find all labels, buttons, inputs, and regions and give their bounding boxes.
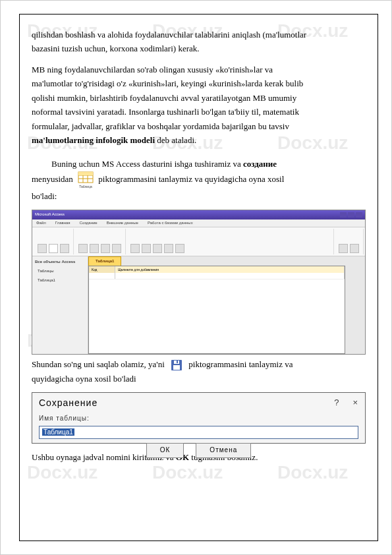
menu-item[interactable]: Внешние данные (107, 220, 138, 227)
ribbon-icon[interactable] (130, 244, 140, 253)
ribbon-icon[interactable] (339, 244, 348, 253)
save-dialog: Сохранение ? × Имя таблицы: Таблица1 ОК … (32, 392, 366, 444)
text: bo'ladi: (32, 191, 57, 201)
paragraph-2: MB ning foydalanuvchilardan so'rab oling… (32, 63, 366, 148)
table-name-input[interactable]: Таблица1 (39, 426, 358, 440)
text: menyusidan (32, 174, 75, 184)
dialog-buttons: ОК Отмена (32, 443, 365, 458)
ribbon-group (335, 229, 364, 254)
titlebar: Microsoft Access (32, 210, 365, 219)
text: piktogrammasini tanlaymiz va quyidagicha… (98, 174, 284, 184)
ribbon (32, 227, 365, 256)
svg-text:Таблица: Таблица (79, 185, 92, 189)
table-row[interactable] (89, 273, 345, 279)
ok-button[interactable]: ОК (146, 443, 184, 458)
ribbon-group (74, 229, 126, 254)
dialog-label: Имя таблицы: (32, 413, 365, 424)
ribbon-icon[interactable] (350, 244, 359, 253)
grid-header: Код Щелкните для добавления (89, 266, 345, 273)
window-buttons (340, 212, 362, 218)
svg-rect-10 (177, 361, 178, 363)
ribbon-icon[interactable] (101, 244, 110, 253)
menu-item[interactable]: Работа с базами данных (148, 220, 193, 227)
dialog-title-text: Сохранение (39, 395, 98, 411)
paragraph-3: Buning uchun MS Access dasturini ishga t… (32, 157, 366, 204)
ribbon-icon[interactable] (60, 244, 69, 253)
menubar: Файл Главная Создание Внешние данные Раб… (32, 219, 365, 227)
text: Buning uchun MS Access dasturini ishga t… (51, 159, 243, 169)
ribbon-icon[interactable] (49, 244, 58, 253)
text: quyidagicha oyna xosil bo'ladi (32, 374, 136, 384)
sidebar-item[interactable]: Таблицы (34, 267, 86, 276)
datasheet: Код Щелкните для добавления (88, 266, 345, 354)
tab-area: Таблица1 Код Щелкните для добавления (88, 256, 365, 354)
text: qolishi mumkin, birlashtirib foydalanuvc… (32, 93, 296, 103)
text: noformal tavsivini yaratadi. Insonlarga … (32, 107, 299, 117)
bold-text: ma'lumotlarning infologik modeli (32, 135, 155, 145)
ribbon-icon[interactable] (78, 244, 88, 253)
svg-rect-5 (78, 172, 93, 175)
sidebar: Все объекты Access Таблицы Таблица1 (32, 256, 88, 354)
menu-item[interactable]: Создание (80, 220, 98, 227)
ribbon-icon[interactable] (175, 244, 184, 253)
ribbon-group (34, 229, 74, 254)
paragraph-1: qilishdan boshlash va alohida foydalanuv… (32, 28, 366, 56)
minimize-icon[interactable] (340, 212, 347, 218)
help-icon[interactable]: ? (334, 395, 339, 411)
ribbon-icon[interactable] (38, 244, 47, 253)
dialog-titlebar: Сохранение ? × (32, 393, 365, 413)
app-title: Microsoft Access (35, 212, 65, 218)
cell[interactable] (115, 273, 345, 279)
ribbon-icon[interactable] (164, 244, 173, 253)
sidebar-header: Все объекты Access (34, 258, 86, 267)
text: ma'lumotlar to'g'risidagi o'z «kurinish»… (32, 78, 303, 88)
text: deb ataladi. (155, 135, 196, 145)
ribbon-icon[interactable] (142, 244, 151, 253)
column-header[interactable]: Щелкните для добавления (115, 266, 345, 273)
ribbon-group (126, 229, 334, 254)
text: bazasini tuzish uchun, korxona xodimlari… (32, 44, 200, 53)
menu-item[interactable]: Файл (36, 220, 46, 227)
access-screenshot: Microsoft Access Файл Главная Создание В… (32, 210, 366, 355)
text: formulalar, jadvallar, grafiklar va bosh… (32, 121, 289, 131)
maximize-icon[interactable] (348, 212, 354, 218)
page-border: qilishdan boshlash va alohida foydalanuv… (19, 14, 378, 541)
svg-rect-8 (173, 365, 180, 370)
close-icon[interactable] (356, 212, 362, 218)
save-icon (171, 359, 182, 371)
ribbon-icon[interactable] (112, 244, 121, 253)
menu-item[interactable]: Главная (55, 220, 70, 227)
text: qilishdan boshlash va alohida foydalanuv… (32, 30, 306, 40)
workspace: Все объекты Access Таблицы Таблица1 Табл… (32, 256, 365, 354)
text: piktogrammasini tanlaymiz va (188, 359, 293, 369)
cell[interactable] (89, 273, 115, 279)
bold-text: создание (243, 159, 277, 169)
text: Shundan so'ng uni saqlab olamiz, ya'ni (32, 359, 167, 369)
sidebar-item[interactable]: Таблица1 (34, 276, 86, 285)
input-value: Таблица1 (42, 428, 74, 436)
ribbon-icon[interactable] (90, 244, 99, 253)
cancel-button[interactable]: Отмена (196, 443, 251, 458)
column-header[interactable]: Код (89, 266, 115, 273)
close-icon[interactable]: × (352, 395, 358, 411)
ribbon-icon[interactable] (153, 244, 162, 253)
paragraph-4: Shundan so'ng uni saqlab olamiz, ya'ni p… (32, 357, 366, 386)
table-icon: Таблица (76, 171, 95, 189)
text: MB ning foydalanuvchilardan so'rab oling… (32, 65, 273, 74)
